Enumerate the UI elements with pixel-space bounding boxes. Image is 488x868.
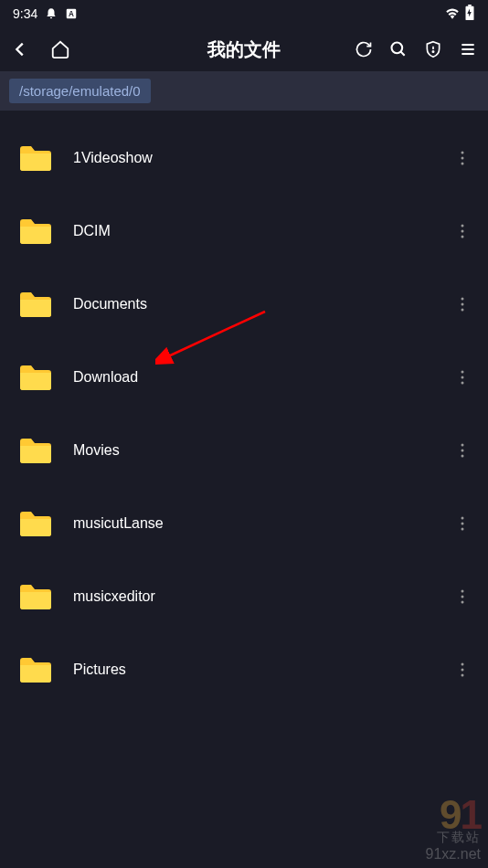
svg-line-5 (401, 52, 405, 56)
svg-point-34 (461, 674, 464, 677)
file-name: Movies (73, 442, 453, 459)
folder-icon (18, 509, 53, 538)
toolbar: 我的文件 (0, 27, 488, 71)
watermark-label: 下载站 (426, 830, 481, 846)
svg-point-7 (432, 51, 433, 52)
page-title: 我的文件 (207, 37, 281, 62)
status-left: 9:34 A (13, 6, 78, 21)
folder-icon (18, 143, 53, 173)
svg-rect-3 (468, 5, 472, 6)
status-time: 9:34 (13, 6, 37, 21)
refresh-button[interactable] (353, 38, 375, 60)
svg-point-31 (461, 601, 464, 604)
svg-point-11 (461, 152, 464, 154)
notification-icon (45, 7, 58, 20)
toolbar-left (9, 38, 71, 60)
svg-point-33 (461, 669, 464, 672)
more-button[interactable] (453, 587, 472, 606)
watermark: 91 下载站 91xz.net (426, 798, 481, 863)
list-item[interactable]: musicutLanse (0, 487, 488, 560)
svg-point-15 (461, 230, 464, 233)
more-button[interactable] (453, 514, 472, 533)
svg-point-12 (461, 157, 464, 160)
more-button[interactable] (453, 661, 472, 679)
battery-icon (464, 5, 475, 24)
file-name: DCIM (73, 223, 453, 239)
file-name: Download (73, 369, 453, 386)
svg-point-26 (461, 517, 464, 520)
list-item[interactable]: musicxeditor (0, 560, 488, 633)
wifi-icon (444, 6, 461, 22)
svg-point-25 (461, 455, 464, 458)
watermark-logo: 91 (426, 798, 481, 831)
svg-point-28 (461, 528, 464, 531)
svg-point-13 (461, 163, 464, 165)
status-bar: 9:34 A (0, 0, 488, 27)
svg-point-14 (461, 225, 464, 228)
back-button[interactable] (9, 38, 31, 60)
list-item[interactable]: Movies (0, 414, 488, 487)
svg-point-19 (461, 309, 464, 312)
home-button[interactable] (49, 38, 71, 60)
search-button[interactable] (387, 38, 409, 60)
list-item[interactable]: 1Videoshow (0, 122, 488, 195)
list-item[interactable]: Pictures (0, 633, 488, 706)
folder-icon (18, 290, 53, 319)
breadcrumb[interactable]: /storage/emulated/0 (9, 79, 151, 103)
svg-point-23 (461, 444, 464, 447)
more-button[interactable] (453, 295, 472, 313)
shield-button[interactable] (422, 38, 444, 60)
folder-icon (18, 436, 53, 465)
svg-point-22 (461, 382, 464, 385)
file-name: musicxeditor (73, 588, 453, 605)
svg-point-21 (461, 376, 464, 379)
more-button[interactable] (453, 149, 472, 167)
svg-point-24 (461, 450, 464, 452)
folder-icon (18, 363, 53, 392)
svg-point-29 (461, 590, 464, 593)
svg-point-32 (461, 663, 464, 666)
status-right (444, 5, 475, 24)
svg-point-30 (461, 596, 464, 598)
svg-point-18 (461, 303, 464, 306)
more-button[interactable] (453, 368, 472, 386)
file-list: 1Videoshow DCIM Documents Download Movie… (0, 111, 488, 706)
app-badge-icon: A (65, 7, 78, 20)
folder-icon (18, 582, 53, 611)
svg-text:A: A (69, 10, 74, 18)
more-button[interactable] (453, 222, 472, 240)
svg-point-27 (461, 523, 464, 525)
list-item[interactable]: Download (0, 341, 488, 414)
menu-button[interactable] (457, 38, 479, 60)
file-name: Pictures (73, 662, 453, 678)
file-name: musicutLanse (73, 515, 453, 532)
watermark-url: 91xz.net (426, 846, 481, 863)
breadcrumb-bar: /storage/emulated/0 (0, 71, 488, 111)
svg-point-4 (392, 43, 403, 54)
svg-point-16 (461, 236, 464, 238)
list-item[interactable]: Documents (0, 268, 488, 341)
toolbar-right (353, 38, 479, 60)
more-button[interactable] (453, 441, 472, 460)
svg-point-17 (461, 298, 464, 301)
folder-icon (18, 655, 53, 684)
svg-point-20 (461, 371, 464, 374)
file-name: 1Videoshow (73, 150, 453, 166)
file-name: Documents (73, 296, 453, 312)
folder-icon (18, 217, 53, 246)
list-item[interactable]: DCIM (0, 195, 488, 268)
